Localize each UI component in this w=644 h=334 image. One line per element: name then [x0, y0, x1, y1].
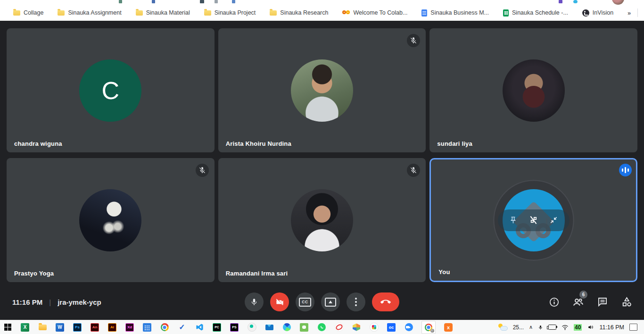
participant-tile-sundari[interactable]: sundari liya: [429, 28, 637, 152]
participants-button[interactable]: 6: [572, 296, 584, 308]
adobe-xd-icon: Xd: [125, 323, 134, 332]
taskbar-vscode[interactable]: [195, 323, 204, 332]
taskbar-hexagon-app[interactable]: [352, 323, 361, 332]
extension-icon[interactable]: [559, 0, 562, 3]
oc-app-icon: oc: [387, 323, 396, 332]
participant-avatar-photo: [503, 59, 565, 122]
more-options-button[interactable]: [347, 292, 365, 311]
avatar-halo: [493, 180, 574, 261]
participant-tile-prastyo[interactable]: Prastyo Yoga: [7, 158, 215, 282]
participant-avatar-photo: [291, 189, 353, 251]
taskbar-whatsapp[interactable]: [317, 323, 326, 332]
participant-tile-arista[interactable]: Arista Khoiru Nurdina: [218, 28, 426, 152]
address-bar-remnant: [0, 0, 644, 5]
action-center-icon[interactable]: [629, 324, 637, 331]
avatar-initial-letter: C: [102, 76, 120, 105]
taskbar-photoshop[interactable]: Ps: [73, 323, 82, 332]
taskbar-apps: X W Ps An Ai Xd ✓ PC PS oc x: [3, 321, 453, 334]
participant-avatar-photo: [291, 59, 353, 122]
taskbar-illustrator[interactable]: Ai: [107, 323, 117, 332]
participant-tile-you[interactable]: You: [429, 158, 637, 282]
taskbar-excel[interactable]: X: [20, 323, 30, 332]
emulator-icon: [248, 323, 256, 332]
bookmark-sinauka-project[interactable]: Sinauka Project: [204, 9, 256, 16]
participant-count-badge: 6: [579, 291, 587, 299]
bookmark-sinauka-assignment[interactable]: Sinauka Assignment: [58, 9, 121, 16]
taskbar-android-app[interactable]: [299, 323, 309, 332]
zoom-icon: [405, 323, 413, 331]
animate-icon: An: [91, 323, 99, 332]
address-bar-fragment: [215, 0, 218, 3]
pin-tile-icon[interactable]: [509, 216, 517, 224]
taskbar-calendar[interactable]: [142, 323, 152, 332]
hexagon-app-icon: [353, 324, 360, 331]
bookmark-label: InVision: [593, 9, 613, 16]
bookmark-label: Sinauka Project: [215, 9, 256, 16]
bookmark-welcome-to-colab[interactable]: Welcome To Colab...: [342, 9, 407, 17]
present-screen-button[interactable]: [321, 292, 340, 311]
taskbar-adobe-xd[interactable]: Xd: [125, 323, 134, 332]
camera-off-button[interactable]: [270, 292, 289, 311]
bookmark-sinauka-material[interactable]: Sinauka Material: [136, 9, 190, 16]
taskbar-todo[interactable]: ✓: [177, 323, 187, 332]
bookmark-sinauka-schedule[interactable]: Sinauka Schedule -...: [503, 9, 568, 17]
xampp-icon: x: [444, 323, 453, 332]
taskbar-mail[interactable]: [264, 323, 274, 332]
participant-tile-ramandani[interactable]: Ramandani Irma sari: [218, 158, 426, 282]
taskbar-chrome[interactable]: [160, 323, 169, 332]
photoshop-icon: Ps: [73, 323, 82, 332]
taskbar-word[interactable]: W: [55, 323, 65, 332]
weather-temperature[interactable]: 25...: [513, 324, 524, 331]
participant-name: You: [438, 268, 450, 276]
drawing-app-icon: [335, 323, 344, 332]
taskbar-clock[interactable]: 11:16 PM: [599, 324, 624, 331]
minimize-tile-icon[interactable]: [550, 216, 558, 224]
extension-icon[interactable]: [573, 0, 578, 3]
battery-icon[interactable]: [548, 325, 556, 330]
address-bar-fragment: [232, 0, 235, 3]
bookmark-label: Sinauka Assignment: [68, 9, 121, 16]
hidden-icons-chevron[interactable]: ∧: [529, 324, 533, 330]
browser-top: Collage Sinauka Assignment Sinauka Mater…: [0, 0, 644, 21]
meeting-details-button[interactable]: [549, 297, 560, 308]
bookmark-collage[interactable]: Collage: [13, 9, 43, 16]
captions-button[interactable]: CC: [296, 292, 314, 311]
bookmarks-overflow-chevron[interactable]: »: [627, 9, 631, 17]
microphone-button[interactable]: [245, 292, 264, 311]
taskbar-pycharm[interactable]: PC: [212, 323, 222, 332]
illustrator-icon: Ai: [108, 323, 116, 332]
taskbar-emulator[interactable]: [247, 323, 256, 332]
check-icon: ✓: [179, 323, 185, 332]
taskbar-slack[interactable]: [369, 323, 379, 332]
taskbar-oc-app[interactable]: oc: [387, 323, 396, 332]
profile-overlay-badge: [430, 329, 434, 333]
taskbar-file-explorer[interactable]: [38, 323, 47, 332]
start-button[interactable]: [3, 323, 12, 332]
taskbar-xampp[interactable]: x: [444, 323, 453, 332]
browser-profile-avatar[interactable]: [612, 0, 624, 5]
cc-icon: CC: [299, 298, 311, 307]
taskbar-phpstorm[interactable]: PS: [230, 323, 239, 332]
bookmark-invision[interactable]: InVision: [582, 9, 613, 17]
tray-microphone-icon[interactable]: [538, 324, 543, 331]
wifi-icon[interactable]: [561, 325, 569, 330]
taskbar-zoom[interactable]: [404, 323, 413, 332]
activities-button[interactable]: [621, 296, 633, 308]
taskbar-drawing-app[interactable]: [334, 323, 344, 332]
battery-percent-badge[interactable]: 40: [574, 324, 582, 331]
volume-icon[interactable]: [587, 324, 594, 330]
participant-name: Arista Khoiru Nurdina: [226, 140, 291, 147]
mic-muted-icon: [407, 164, 420, 177]
taskbar-edge[interactable]: [282, 323, 291, 332]
meeting-code: jra-ymek-ycp: [58, 298, 101, 306]
taskbar-animate[interactable]: An: [90, 323, 99, 332]
participant-tile-chandra[interactable]: C chandra wiguna: [7, 28, 215, 152]
leave-call-button[interactable]: [372, 292, 399, 311]
call-controls: CC: [245, 292, 399, 311]
bookmark-sinauka-business[interactable]: Sinauka Business M...: [421, 9, 489, 17]
bookmark-sinauka-research[interactable]: Sinauka Research: [270, 9, 328, 16]
taskbar-chrome-active[interactable]: [421, 321, 436, 334]
remove-tile-icon[interactable]: [528, 215, 538, 225]
weather-icon[interactable]: [498, 324, 508, 331]
chat-button[interactable]: [597, 296, 608, 308]
